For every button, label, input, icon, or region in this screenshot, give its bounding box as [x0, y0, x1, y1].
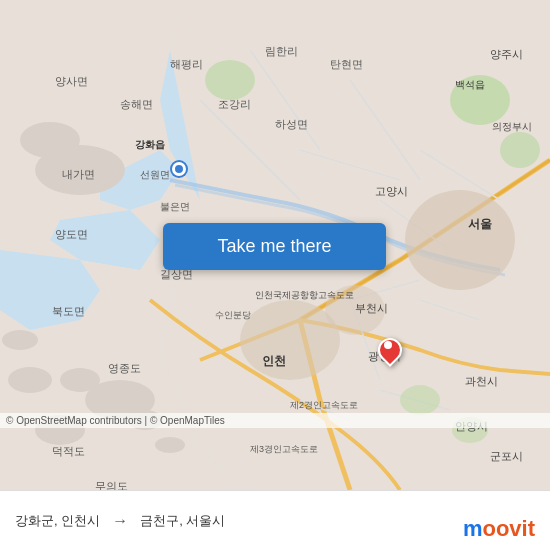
svg-point-10: [60, 368, 100, 392]
svg-text:무의도: 무의도: [95, 480, 128, 490]
svg-text:탄현면: 탄현면: [330, 58, 363, 70]
svg-text:인천: 인천: [262, 354, 286, 368]
svg-point-12: [155, 437, 185, 453]
origin-pin: [172, 162, 186, 176]
svg-text:양도면: 양도면: [55, 228, 88, 240]
svg-text:양사면: 양사면: [55, 75, 88, 87]
svg-text:수인분당: 수인분당: [215, 310, 251, 320]
svg-text:송해면: 송해면: [120, 98, 153, 110]
svg-text:제3경인고속도로: 제3경인고속도로: [250, 444, 318, 454]
svg-text:하성면: 하성면: [275, 118, 308, 130]
svg-point-7: [20, 122, 80, 158]
svg-point-31: [205, 60, 255, 100]
moovit-logo: moovit: [463, 516, 535, 542]
map-attribution: © OpenStreetMap contributors | © OpenMap…: [0, 413, 550, 428]
bottom-bar: 강화군, 인천시 → 금천구, 서울시 moovit: [0, 490, 550, 550]
svg-point-27: [240, 300, 340, 380]
svg-text:내가면: 내가면: [62, 168, 95, 180]
svg-text:조강리: 조강리: [218, 98, 251, 110]
svg-text:인천국제공항항고속도로: 인천국제공항항고속도로: [255, 290, 354, 300]
svg-text:군포시: 군포시: [490, 450, 523, 462]
svg-text:선원면: 선원면: [140, 169, 170, 180]
svg-text:과천시: 과천시: [465, 375, 498, 387]
svg-text:제2경인고속도로: 제2경인고속도로: [290, 400, 358, 410]
svg-text:고양시: 고양시: [375, 185, 408, 197]
take-me-there-button[interactable]: Take me there: [163, 223, 386, 270]
svg-text:덕적도: 덕적도: [52, 445, 85, 457]
svg-point-14: [2, 330, 38, 350]
svg-point-26: [405, 190, 515, 290]
destination-label: 금천구, 서울시: [140, 512, 225, 530]
svg-text:강화읍: 강화읍: [135, 139, 165, 150]
svg-text:영종도: 영종도: [108, 362, 141, 374]
svg-text:양주시: 양주시: [490, 48, 523, 60]
svg-text:의정부시: 의정부시: [492, 121, 532, 132]
svg-text:림한리: 림한리: [265, 45, 298, 57]
svg-text:해평리: 해평리: [170, 58, 203, 70]
svg-point-32: [400, 385, 440, 415]
svg-point-13: [8, 367, 52, 393]
map-container: 양사면 해평리 림한리 탄현면 송해면 조강리 강화읍 하성면 백석읍 양주시 …: [0, 0, 550, 490]
svg-point-30: [500, 132, 540, 168]
svg-text:서울: 서울: [468, 217, 492, 231]
svg-text:불은면: 불은면: [160, 201, 190, 212]
svg-text:부천시: 부천시: [355, 302, 388, 314]
origin-label: 강화군, 인천시: [15, 512, 100, 530]
svg-text:북도면: 북도면: [52, 305, 85, 317]
svg-text:백석읍: 백석읍: [455, 79, 485, 90]
arrow-icon: →: [112, 512, 128, 530]
